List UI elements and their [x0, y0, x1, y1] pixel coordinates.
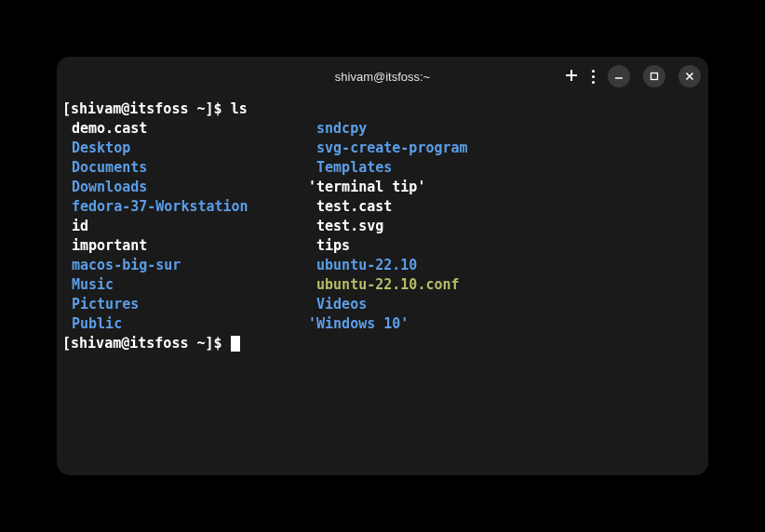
prompt-host: itsfoss [129, 100, 188, 117]
close-button[interactable] [678, 65, 701, 87]
prompt-space [188, 100, 196, 117]
ls-entry: Videos [308, 295, 703, 314]
ls-row: Desktop svg-create-program [62, 139, 703, 158]
ls-item: Music [72, 276, 114, 293]
maximize-button[interactable] [643, 65, 665, 87]
ls-item: ubuntu-22.10 [308, 257, 417, 273]
ls-item: Public [72, 315, 122, 332]
prompt-user: shivam [71, 335, 121, 352]
terminal-window: shivam@itsfoss:~ [57, 57, 708, 475]
kebab-dot-icon [592, 70, 595, 73]
menu-button[interactable] [592, 70, 595, 84]
ls-item: Videos [308, 296, 367, 313]
ls-item: Downloads [72, 179, 147, 195]
ls-row: Downloads'terminal tip' [62, 178, 703, 197]
ls-entry: tips [308, 236, 703, 256]
ls-entry: Music [62, 275, 308, 295]
terminal-body[interactable]: [shivam@itsfoss ~]$ ls demo.cast sndcpyD… [57, 96, 708, 475]
kebab-dot-icon [592, 81, 595, 84]
ls-output: demo.cast sndcpyDesktop svg-create-progr… [62, 119, 703, 334]
ls-entry: Documents [62, 158, 308, 178]
ls-item: Pictures [72, 296, 139, 313]
ls-entry: ubuntu-22.10 [308, 256, 703, 275]
ls-item: important [72, 237, 147, 254]
ls-item: test.svg [308, 218, 383, 234]
ls-item: tips [308, 237, 350, 254]
prompt-user: shivam [71, 100, 121, 117]
prompt-path: ~ [197, 100, 206, 117]
ls-item: demo.cast [72, 120, 147, 137]
ls-item: ubuntu-22.10.conf [308, 276, 460, 293]
ls-entry: id [62, 217, 308, 236]
ls-row: Music ubuntu-22.10.conf [62, 275, 703, 295]
ls-row: demo.cast sndcpy [62, 119, 703, 139]
plus-icon [564, 68, 579, 83]
ls-item: svg-create-program [308, 140, 468, 156]
ls-item: Desktop [72, 140, 130, 156]
prompt-open-bracket: [ [62, 335, 71, 352]
ls-entry: macos-big-sur [62, 256, 308, 275]
ls-entry: Templates [308, 158, 703, 178]
prompt-path: ~ [197, 335, 206, 352]
svg-rect-0 [651, 73, 658, 80]
titlebar: shivam@itsfoss:~ [57, 57, 708, 96]
ls-item: macos-big-sur [72, 257, 181, 273]
prompt-space [188, 335, 196, 352]
ls-item: Templates [308, 159, 392, 176]
command-text: ls [231, 100, 248, 117]
ls-row: fedora-37-Workstation test.cast [62, 197, 703, 217]
ls-entry: test.cast [308, 197, 703, 217]
prompt-at: @ [121, 335, 129, 352]
ls-item: test.cast [308, 198, 392, 215]
ls-entry: fedora-37-Workstation [62, 197, 308, 217]
ls-entry: sndcpy [308, 119, 703, 139]
prompt-open-bracket: [ [62, 100, 71, 117]
ls-row: Pictures Videos [62, 295, 703, 314]
ls-item: 'Windows 10' [308, 315, 409, 332]
ls-item: id [72, 218, 88, 234]
ls-entry: 'terminal tip' [308, 178, 703, 197]
prompt-close-bracket: ]$ [206, 100, 231, 117]
ls-item: 'terminal tip' [308, 179, 425, 195]
ls-entry: important [62, 236, 308, 256]
ls-entry: test.svg [308, 217, 703, 236]
prompt-close-bracket: ]$ [206, 335, 231, 352]
window-controls [564, 65, 701, 87]
ls-item: Documents [72, 159, 147, 176]
maximize-icon [650, 72, 659, 81]
minimize-icon [614, 72, 624, 81]
ls-row: macos-big-sur ubuntu-22.10 [62, 256, 703, 275]
prompt-host: itsfoss [129, 335, 188, 352]
ls-entry: demo.cast [62, 119, 308, 139]
ls-item: fedora-37-Workstation [72, 198, 248, 215]
ls-row: id test.svg [62, 217, 703, 236]
window-title: shivam@itsfoss:~ [335, 70, 430, 84]
ls-row: Documents Templates [62, 158, 703, 178]
ls-item: sndcpy [308, 120, 367, 137]
close-icon [685, 72, 694, 81]
ls-entry: ubuntu-22.10.conf [308, 275, 703, 295]
ls-entry: Pictures [62, 295, 308, 314]
ls-row: Public'Windows 10' [62, 314, 703, 334]
ls-entry: 'Windows 10' [308, 314, 703, 334]
ls-entry: svg-create-program [308, 139, 703, 158]
ls-row: important tips [62, 236, 703, 256]
ls-entry: Downloads [62, 178, 308, 197]
cursor [231, 336, 240, 352]
ls-entry: Desktop [62, 139, 308, 158]
minimize-button[interactable] [608, 65, 630, 87]
ls-entry: Public [62, 314, 308, 334]
kebab-dot-icon [592, 75, 595, 78]
prompt-at: @ [121, 100, 129, 117]
new-tab-button[interactable] [564, 67, 579, 86]
